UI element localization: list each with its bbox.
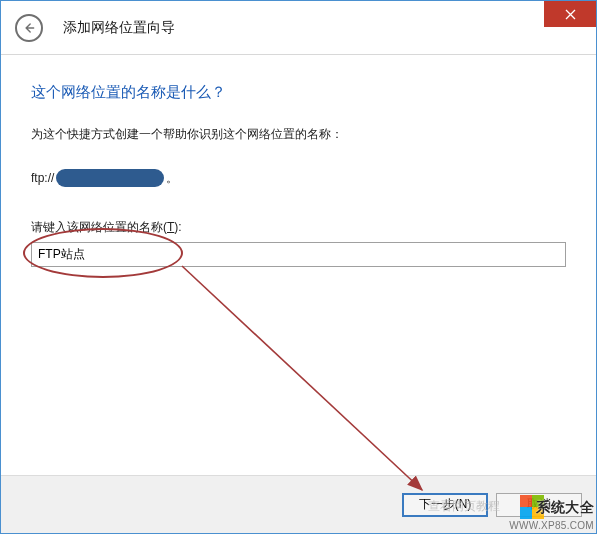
ftp-suffix: 。 [166, 170, 178, 187]
wizard-title: 添加网络位置向导 [63, 19, 175, 37]
watermark-faint-text: 查看网页教程 [428, 498, 500, 515]
back-arrow-icon [22, 21, 36, 35]
wizard-footer: 下一步(N) 取消 [1, 475, 596, 533]
ftp-prefix: ftp:// [31, 171, 54, 185]
close-button[interactable] [544, 1, 596, 27]
wizard-content: 这个网络位置的名称是什么？ 为这个快捷方式创建一个帮助你识别这个网络位置的名称：… [1, 55, 596, 475]
watermark-url: WWW.XP85.COM [509, 520, 594, 531]
page-description: 为这个快捷方式创建一个帮助你识别这个网络位置的名称： [31, 126, 566, 143]
name-input-label: 请键入该网络位置的名称(T): [31, 219, 566, 236]
wizard-titlebar: 添加网络位置向导 [1, 1, 596, 55]
logo-square-bl [520, 507, 532, 519]
back-button[interactable] [15, 14, 43, 42]
ftp-address-line: ftp:// 。 [31, 169, 566, 187]
close-icon [565, 9, 576, 20]
logo-square-tl [520, 495, 532, 507]
page-heading: 这个网络位置的名称是什么？ [31, 83, 566, 102]
redacted-address [56, 169, 164, 187]
location-name-input[interactable] [31, 242, 566, 267]
watermark-brand: 系统大全 [536, 499, 594, 517]
